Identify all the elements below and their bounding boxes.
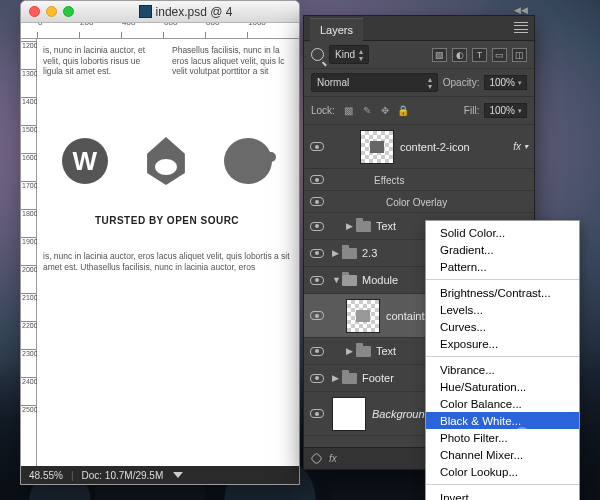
filter-pixel-icon[interactable]: ▧	[432, 48, 447, 62]
lock-fill-row: Lock: ▩ ✎ ✥ 🔒 Fill: 100%▾	[304, 97, 534, 125]
visibility-toggle-icon[interactable]	[310, 409, 324, 418]
fx-menu-icon[interactable]: fx	[329, 453, 337, 464]
menu-item-hue-saturation[interactable]: Hue/Saturation...	[426, 378, 579, 395]
blend-mode-dropdown[interactable]: Normal▴▾	[311, 73, 438, 92]
folder-icon	[342, 373, 357, 384]
adjustment-layer-menu: Solid Color... Gradient... Pattern... Br…	[425, 220, 580, 500]
filter-shape-icon[interactable]: ▭	[492, 48, 507, 62]
visibility-toggle-icon[interactable]	[310, 276, 324, 285]
visibility-toggle-icon[interactable]	[310, 249, 324, 258]
document-statusbar: 48.55% | Doc: 10.7M/29.5M	[21, 466, 299, 484]
statusbar-menu-icon[interactable]	[173, 472, 183, 478]
doc-size[interactable]: Doc: 10.7M/29.5M	[82, 470, 164, 481]
opacity-label: Opacity:	[443, 77, 480, 88]
lock-position-icon[interactable]: ✥	[378, 104, 392, 118]
menu-item-exposure[interactable]: Exposure...	[426, 335, 579, 352]
horizontal-ruler[interactable]	[21, 23, 299, 39]
panel-tabbar: Layers	[304, 16, 534, 41]
lock-label: Lock:	[311, 105, 335, 116]
visibility-toggle-icon[interactable]	[310, 142, 324, 151]
menu-item-pattern[interactable]: Pattern...	[426, 258, 579, 275]
layer-color-overlay[interactable]: Color Overlay	[304, 191, 534, 213]
titlebar[interactable]: index.psd @ 4	[21, 1, 299, 23]
fill-label: Fill:	[464, 105, 480, 116]
layer-content-2-icon[interactable]: content-2-icon fx▾	[304, 125, 534, 169]
lock-transparency-icon[interactable]: ▩	[342, 104, 356, 118]
folder-icon	[356, 221, 371, 232]
canvas-text-left: is, nunc in lacinia auctor, et velit, qu…	[43, 45, 162, 77]
menu-item-gradient[interactable]: Gradient...	[426, 241, 579, 258]
visibility-toggle-icon[interactable]	[310, 175, 324, 184]
layer-thumbnail[interactable]	[332, 397, 366, 431]
menu-item-brightness-contrast[interactable]: Brightness/Contrast...	[426, 284, 579, 301]
menu-item-photo-filter[interactable]: Photo Filter...	[426, 429, 579, 446]
visibility-toggle-icon[interactable]	[310, 374, 324, 383]
bird-logo-icon	[224, 138, 272, 184]
watermark-sub: 西北北区	[488, 445, 524, 458]
document-window: index.psd @ 4 12001300140015001600170018…	[20, 0, 300, 485]
layer-effects[interactable]: Effects	[304, 169, 534, 191]
menu-item-curves[interactable]: Curves...	[426, 318, 579, 335]
psd-file-icon	[139, 5, 152, 18]
zoom-window-button[interactable]	[63, 6, 74, 17]
watermark: Q	[515, 424, 530, 445]
folder-icon	[342, 248, 357, 259]
minimize-window-button[interactable]	[46, 6, 57, 17]
wordpress-logo-icon: W	[62, 138, 108, 184]
menu-item-solid-color[interactable]: Solid Color...	[426, 224, 579, 241]
zoom-level[interactable]: 48.55%	[29, 470, 63, 481]
menu-separator	[426, 484, 579, 485]
visibility-toggle-icon[interactable]	[310, 197, 324, 206]
canvas-text-right: Phasellus facilisis, nunc in la eros lac…	[172, 45, 291, 77]
lock-all-icon[interactable]: 🔒	[396, 104, 410, 118]
lock-pixels-icon[interactable]: ✎	[360, 104, 374, 118]
filter-adjustment-icon[interactable]: ◐	[452, 48, 467, 62]
filter-type-icon[interactable]: T	[472, 48, 487, 62]
visibility-toggle-icon[interactable]	[310, 347, 324, 356]
menu-separator	[426, 356, 579, 357]
filter-kind-dropdown[interactable]: Kind▴▾	[329, 45, 369, 64]
folder-open-icon	[342, 275, 357, 286]
layer-thumbnail[interactable]	[360, 130, 394, 164]
menu-item-black-white[interactable]: Black & White...	[426, 412, 579, 429]
visibility-toggle-icon[interactable]	[310, 311, 324, 320]
menu-item-color-balance[interactable]: Color Balance...	[426, 395, 579, 412]
visibility-toggle-icon[interactable]	[310, 222, 324, 231]
menu-item-levels[interactable]: Levels...	[426, 301, 579, 318]
panel-collapse-icon[interactable]: ◀◀	[514, 5, 528, 15]
canvas-headline: TURSTED BY OPEN SOURC	[43, 215, 291, 228]
layer-fx-badge[interactable]: fx▾	[513, 141, 528, 152]
logo-row: W	[43, 137, 291, 185]
menu-separator	[426, 279, 579, 280]
filter-smartobject-icon[interactable]: ◫	[512, 48, 527, 62]
link-layers-icon[interactable]	[310, 452, 323, 465]
window-title: index.psd @ 4	[80, 5, 291, 19]
folder-icon	[356, 346, 371, 357]
opacity-input[interactable]: 100%▾	[484, 75, 527, 90]
canvas[interactable]: is, nunc in lacinia auctor, et velit, qu…	[37, 39, 299, 466]
vertical-ruler[interactable]: 1200130014001500160017001800190020002100…	[21, 39, 37, 466]
close-window-button[interactable]	[29, 6, 40, 17]
drupal-logo-icon	[145, 137, 187, 185]
search-icon	[311, 48, 324, 61]
blend-opacity-row: Normal▴▾ Opacity: 100%▾	[304, 69, 534, 97]
canvas-text-bottom: is, nunc in lacinia auctor, eros lacus a…	[43, 251, 291, 272]
menu-item-invert[interactable]: Invert	[426, 489, 579, 500]
fill-input[interactable]: 100%▾	[484, 103, 527, 118]
tab-layers[interactable]: Layers	[310, 18, 363, 41]
layer-filter-row: Kind▴▾ ▧ ◐ T ▭ ◫	[304, 41, 534, 69]
menu-item-vibrance[interactable]: Vibrance...	[426, 361, 579, 378]
panel-menu-icon[interactable]	[514, 22, 528, 33]
menu-item-color-lookup[interactable]: Color Lookup...	[426, 463, 579, 480]
layer-thumbnail[interactable]	[346, 299, 380, 333]
